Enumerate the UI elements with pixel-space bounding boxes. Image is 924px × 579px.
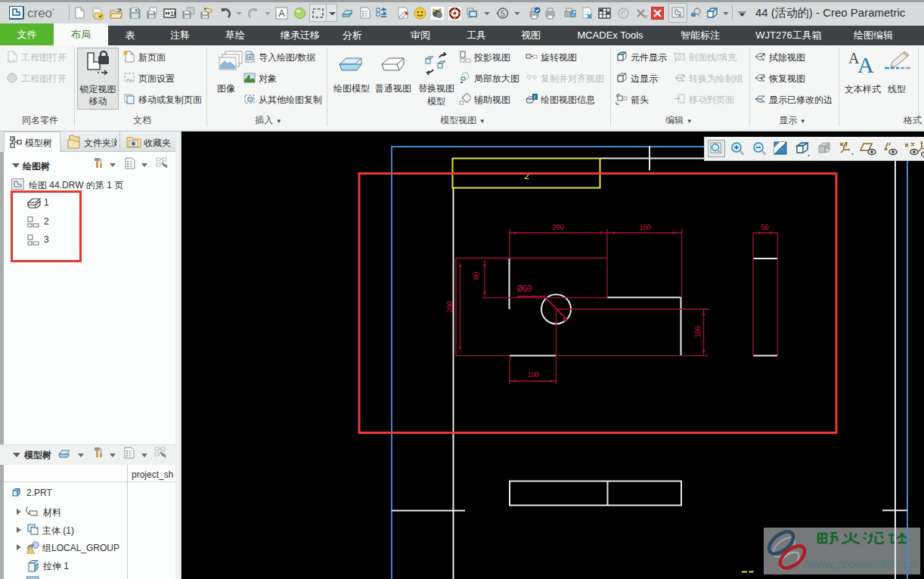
svg-text:5: 5 xyxy=(501,9,505,18)
svg-text:i: i xyxy=(534,94,535,101)
svg-text:A: A xyxy=(857,52,874,76)
svg-text:creo°: creo° xyxy=(27,6,55,20)
svg-text:A: A xyxy=(279,8,285,19)
svg-text:www.proewildfire.cn: www.proewildfire.cn xyxy=(806,557,917,571)
svg-text:1M: 1M xyxy=(170,10,176,17)
